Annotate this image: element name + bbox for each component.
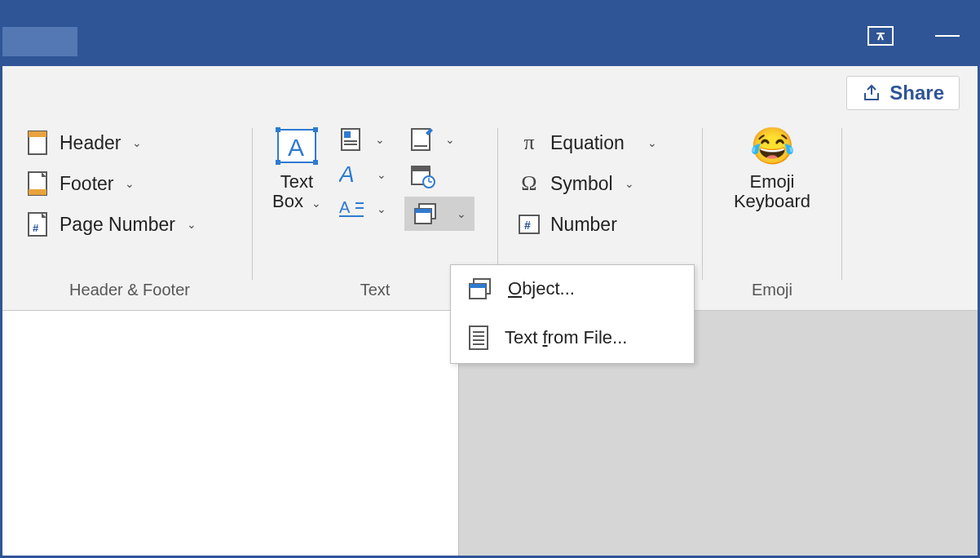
footer-icon: [25, 170, 51, 197]
chevron-down-icon: ⌄: [457, 207, 466, 220]
header-label: Header: [60, 132, 121, 154]
page-number-icon: #: [25, 211, 51, 237]
chevron-down-icon: ⌄: [375, 133, 385, 146]
footer-button[interactable]: Footer ⌄: [19, 167, 241, 200]
emoji-keyboard-button[interactable]: 😂 EmojiKeyboard: [714, 125, 830, 211]
text-box-label-2: Box: [272, 191, 303, 211]
menu-item-object[interactable]: Object...: [451, 265, 694, 312]
group-emoji: 😂 EmojiKeyboard Emoji: [703, 125, 841, 304]
object-icon: [413, 202, 439, 226]
ribbon-display-options-icon[interactable]: [867, 22, 894, 46]
symbol-icon: Ω: [516, 170, 542, 197]
svg-rect-12: [276, 127, 280, 132]
svg-rect-4: [29, 131, 46, 137]
drop-cap-button[interactable]: A ⌄: [334, 195, 391, 223]
svg-rect-14: [276, 160, 280, 165]
svg-text:A: A: [339, 198, 351, 216]
quick-parts-icon: [339, 126, 364, 153]
menu-item-text-from-file[interactable]: Text from File...: [451, 312, 694, 363]
chevron-down-icon: ⌄: [132, 136, 142, 149]
share-button[interactable]: Share: [846, 76, 960, 110]
signature-line-button[interactable]: ⌄: [404, 125, 475, 154]
group-header-footer: Header ⌄ Footer ⌄ # Page Number ⌄: [7, 125, 252, 304]
drop-cap-icon: A: [339, 197, 365, 221]
quick-parts-button[interactable]: ⌄: [334, 125, 391, 154]
chevron-down-icon: ⌄: [125, 177, 135, 190]
date-time-icon: [409, 162, 435, 188]
page-number-button[interactable]: # Page Number ⌄: [19, 208, 241, 241]
svg-rect-13: [313, 127, 318, 132]
number-icon: #: [516, 211, 542, 237]
svg-text:#: #: [33, 222, 39, 234]
group-label-emoji: Emoji: [703, 281, 841, 299]
emoji-icon: 😂: [750, 125, 795, 167]
text-box-button[interactable]: A TextBox ⌄: [264, 125, 329, 211]
title-bar: —: [2, 2, 978, 66]
emoji-label-2: Keyboard: [734, 191, 810, 211]
svg-rect-41: [470, 326, 488, 349]
text-box-icon: A: [273, 125, 320, 167]
svg-rect-18: [344, 131, 351, 138]
svg-text:A: A: [288, 134, 304, 161]
svg-rect-35: [415, 209, 431, 213]
text-box-label-1: Text: [280, 171, 313, 192]
svg-rect-29: [412, 166, 430, 171]
share-icon: [862, 83, 881, 103]
equation-label: Equation: [550, 132, 625, 154]
menu-item-object-label: Object...: [508, 278, 575, 299]
emoji-label-1: Emoji: [749, 171, 794, 192]
svg-rect-15: [313, 160, 318, 165]
equation-button[interactable]: π Equation ⌄: [510, 126, 691, 159]
document-page[interactable]: [2, 311, 459, 556]
text-file-icon: [467, 324, 490, 352]
header-button[interactable]: Header ⌄: [19, 126, 241, 159]
svg-rect-7: [29, 189, 46, 195]
signature-icon: [409, 126, 434, 153]
svg-text:#: #: [524, 219, 531, 232]
wordart-icon: A: [339, 162, 365, 187]
chevron-down-icon: ⌄: [625, 177, 634, 190]
chevron-down-icon: ⌄: [377, 168, 386, 181]
object-icon: [467, 277, 493, 301]
wordart-button[interactable]: A ⌄: [334, 161, 391, 188]
number-label: Number: [550, 214, 617, 236]
menu-item-text-from-file-label: Text from File...: [505, 327, 627, 348]
object-dropdown-menu: Object... Text from File...: [450, 264, 695, 364]
svg-text:A: A: [339, 162, 355, 187]
minimize-button[interactable]: —: [935, 20, 960, 48]
chevron-down-icon: ⌄: [445, 133, 455, 146]
chevron-down-icon: ⌄: [647, 136, 657, 149]
object-split-button[interactable]: ⌄: [404, 197, 475, 231]
header-icon: [25, 130, 51, 156]
chevron-down-icon: ⌄: [311, 197, 321, 210]
symbol-label: Symbol: [550, 173, 613, 195]
svg-rect-40: [470, 284, 486, 288]
chevron-down-icon: ⌄: [187, 218, 196, 231]
symbol-button[interactable]: Ω Symbol ⌄: [510, 167, 691, 200]
share-label: Share: [890, 82, 944, 104]
date-time-button[interactable]: [404, 161, 475, 190]
number-button[interactable]: # Number: [510, 208, 691, 241]
chevron-down-icon: ⌄: [377, 202, 386, 215]
title-tab-active: [2, 27, 77, 56]
equation-icon: π: [516, 130, 542, 156]
footer-label: Footer: [60, 173, 113, 195]
page-number-label: Page Number: [60, 214, 175, 236]
group-label-header-footer: Header & Footer: [7, 281, 252, 299]
